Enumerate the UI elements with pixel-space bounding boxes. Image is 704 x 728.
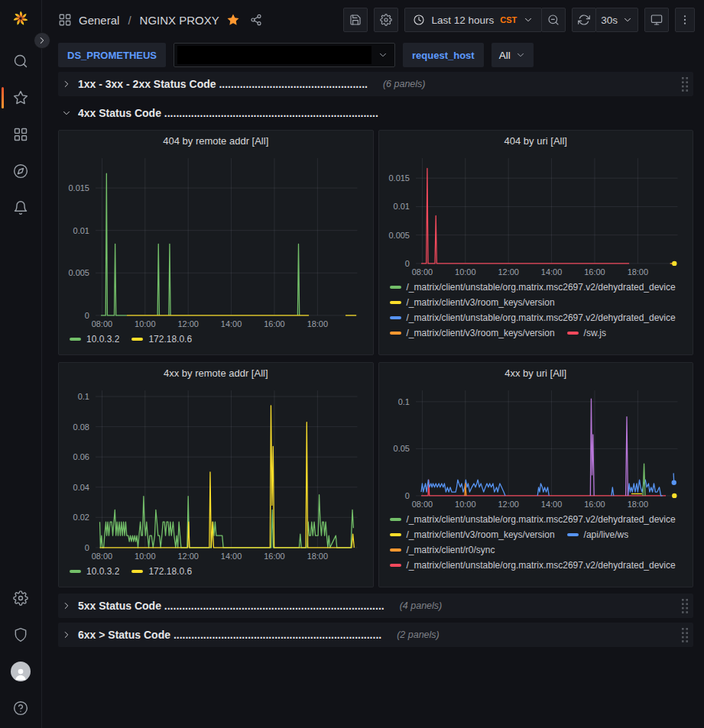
legend-item[interactable]: 172.18.0.6 xyxy=(131,566,192,577)
legend-item[interactable]: /sw.js xyxy=(567,328,606,338)
row-6xx-status-code[interactable]: 6xx > Status Code ......................… xyxy=(58,623,693,647)
grafana-logo[interactable] xyxy=(0,0,42,37)
sidebar-item-profile[interactable] xyxy=(0,653,42,690)
legend-item[interactable]: /_matrix/client/v3/room_keys/version xyxy=(390,529,555,540)
time-range-picker[interactable]: Last 12 hours CST xyxy=(404,8,542,32)
panels-grid: 404 by remote addr [All] 08:0010:0012:00… xyxy=(58,130,693,587)
svg-text:0: 0 xyxy=(404,259,409,268)
sidebar-item-server-admin[interactable] xyxy=(0,616,42,653)
breadcrumb-page-title[interactable]: NGINX PROXY xyxy=(140,14,219,27)
legend-item[interactable]: /_matrix/client/r0/sync xyxy=(390,545,495,555)
svg-text:08:00: 08:00 xyxy=(92,552,112,561)
row-drag-handle[interactable] xyxy=(682,628,689,642)
legend-item[interactable]: /_matrix/client/v3/room_keys/version xyxy=(390,328,555,338)
row-5xx-status-code[interactable]: 5xx Status Code ........................… xyxy=(58,594,693,618)
datasource-variable-select[interactable] xyxy=(174,43,395,67)
chart-legend: /_matrix/client/unstable/org.matrix.msc2… xyxy=(387,511,686,571)
panel-title[interactable]: 4xx by remote addr [All] xyxy=(67,363,365,384)
refresh-icon xyxy=(578,14,590,26)
sidebar-item-explore[interactable] xyxy=(0,153,42,189)
legend-item[interactable]: /_matrix/client/unstable/org.matrix.msc2… xyxy=(390,312,676,323)
svg-text:0.08: 0.08 xyxy=(73,422,89,432)
svg-text:14:00: 14:00 xyxy=(221,319,242,328)
legend-item[interactable]: 172.18.0.6 xyxy=(131,334,192,345)
breadcrumb-section[interactable]: General xyxy=(79,14,119,27)
cycle-view-mode-button[interactable] xyxy=(644,8,669,32)
share-button[interactable] xyxy=(250,14,262,26)
row-title: 4xx Status Code xyxy=(78,107,161,119)
svg-text:12:00: 12:00 xyxy=(177,552,198,561)
svg-text:14:00: 14:00 xyxy=(540,500,561,509)
save-dashboard-button[interactable] xyxy=(343,8,368,32)
request-host-variable-label[interactable]: request_host xyxy=(403,43,484,67)
dashboards-grid-button[interactable] xyxy=(58,13,72,27)
row-panel-count: (6 panels) xyxy=(383,79,426,89)
svg-text:16:00: 16:00 xyxy=(264,552,284,561)
legend-swatch xyxy=(390,564,401,567)
sidebar-item-search[interactable] xyxy=(0,43,42,79)
chart-legend: /_matrix/client/unstable/org.matrix.msc2… xyxy=(387,279,686,338)
sidebar-item-help[interactable] xyxy=(0,690,42,726)
timezone-label: CST xyxy=(500,15,517,24)
legend-item[interactable]: /_matrix/client/unstable/org.matrix.msc2… xyxy=(390,560,676,571)
row-drag-handle[interactable] xyxy=(682,77,689,92)
sidebar-item-starred[interactable] xyxy=(0,79,42,116)
datasource-variable-label[interactable]: DS_PROMETHEUS xyxy=(58,43,166,67)
chevron-down-icon xyxy=(61,108,72,118)
refresh-interval-picker[interactable]: 30s xyxy=(595,8,638,32)
chart-404-by-uri[interactable]: 08:0010:0012:0014:0016:0018:0000.0050.01… xyxy=(387,152,686,279)
legend-item[interactable]: /_matrix/client/unstable/org.matrix.msc2… xyxy=(390,514,676,525)
zoom-out-time-button[interactable] xyxy=(541,8,566,32)
panel-title[interactable]: 404 by remote addr [All] xyxy=(67,131,365,152)
legend-item[interactable]: 10.0.3.2 xyxy=(70,566,119,577)
chevron-down-icon xyxy=(515,50,526,60)
row-title-dots: ........................................… xyxy=(174,629,381,641)
chevron-down-icon xyxy=(622,15,633,25)
row-title-dots: ........................................… xyxy=(164,600,384,612)
svg-text:12:00: 12:00 xyxy=(498,267,518,277)
legend-item[interactable]: /api/live/ws xyxy=(567,529,629,540)
chart-4xx-by-uri[interactable]: 08:0010:0012:0014:0016:0018:0000.050.1 xyxy=(387,384,686,511)
row-title: 6xx > Status Code xyxy=(78,629,170,641)
breadcrumb: General / NGINX PROXY xyxy=(58,13,262,27)
chevron-right-icon xyxy=(61,79,72,89)
grafana-app: General / NGINX PROXY Last 12 hours CST xyxy=(0,0,704,652)
variables-row: DS_PROMETHEUS request_host All xyxy=(43,40,704,70)
svg-text:08:00: 08:00 xyxy=(92,319,112,328)
legend-item[interactable]: /_matrix/client/unstable/org.matrix.msc2… xyxy=(390,282,676,293)
avatar xyxy=(11,662,31,681)
legend-item[interactable]: /_matrix/client/v3/room_keys/version xyxy=(390,297,555,308)
panel-title[interactable]: 4xx by uri [All] xyxy=(387,363,686,384)
panel-4xx-by-remote-addr: 4xx by remote addr [All] 08:0010:0012:00… xyxy=(58,362,374,587)
panel-404-by-remote-addr: 404 by remote addr [All] 08:0010:0012:00… xyxy=(58,130,374,355)
legend-label: /_matrix/client/unstable/org.matrix.msc2… xyxy=(407,560,676,571)
svg-text:18:00: 18:00 xyxy=(627,267,647,277)
sidebar-expand-button[interactable] xyxy=(34,32,50,49)
chevron-right-icon xyxy=(61,629,72,640)
legend-swatch xyxy=(390,518,401,521)
chart-404-by-remote-addr[interactable]: 08:0010:0012:0014:0016:0018:0000.0050.01… xyxy=(67,152,365,331)
row-drag-handle[interactable] xyxy=(682,599,689,613)
more-options-button[interactable] xyxy=(675,8,695,32)
chevron-down-icon xyxy=(523,15,534,25)
legend-label: 172.18.0.6 xyxy=(148,566,192,577)
sidebar-item-configuration[interactable] xyxy=(0,580,42,616)
row-1xx-3xx-2xx-status-code[interactable]: 1xx - 3xx - 2xx Status Code ............… xyxy=(58,72,693,96)
top-navbar: General / NGINX PROXY Last 12 hours CST xyxy=(43,0,704,40)
refresh-button[interactable] xyxy=(572,8,596,32)
request-host-variable-select[interactable]: All xyxy=(492,43,534,67)
panel-title[interactable]: 404 by uri [All] xyxy=(387,131,686,152)
refresh-group: 30s xyxy=(572,8,638,32)
chart-legend: 10.0.3.2172.18.0.6 xyxy=(67,563,365,577)
favorite-star-button[interactable] xyxy=(226,13,240,27)
svg-text:0.06: 0.06 xyxy=(73,452,89,461)
legend-item[interactable]: 10.0.3.2 xyxy=(70,334,119,345)
legend-label: /_matrix/client/v3/room_keys/version xyxy=(407,297,555,308)
sidebar-item-dashboards[interactable] xyxy=(0,116,42,153)
svg-text:0: 0 xyxy=(85,543,89,552)
svg-text:0.015: 0.015 xyxy=(388,173,409,183)
row-4xx-status-code[interactable]: 4xx Status Code ........................… xyxy=(58,101,693,125)
chart-4xx-by-remote-addr[interactable]: 08:0010:0012:0014:0016:0018:0000.020.040… xyxy=(67,384,365,563)
sidebar-item-alerting[interactable] xyxy=(0,189,42,226)
dashboard-settings-button[interactable] xyxy=(374,8,398,32)
